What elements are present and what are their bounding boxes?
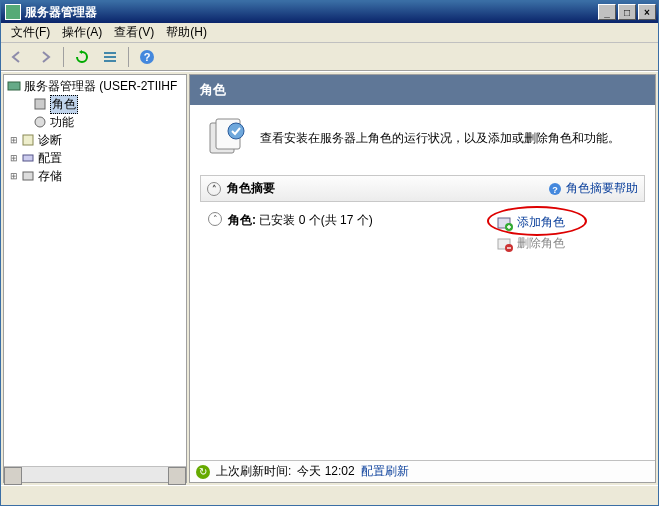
remove-role-icon bbox=[497, 236, 513, 252]
content-pane: 角色 查看安装在服务器上角色的运行状况，以及添加或删除角色和功能。 ˄ 角色摘要… bbox=[189, 74, 656, 483]
roles-icon bbox=[32, 96, 48, 112]
collapse-icon[interactable]: ˄ bbox=[207, 182, 221, 196]
svg-text:?: ? bbox=[144, 51, 151, 63]
minimize-button[interactable]: _ bbox=[598, 4, 616, 20]
roles-count: 已安装 0 个(共 17 个) bbox=[259, 213, 372, 227]
toolbar-separator bbox=[128, 47, 129, 67]
back-button bbox=[5, 46, 29, 68]
horizontal-scrollbar[interactable] bbox=[4, 466, 186, 482]
toolbar-separator bbox=[63, 47, 64, 67]
title-bar[interactable]: 服务器管理器 _ □ × bbox=[1, 1, 658, 23]
svg-rect-9 bbox=[23, 155, 33, 161]
content-status-bar: ↻ 上次刷新时间: 今天 12:02 配置刷新 bbox=[190, 460, 655, 482]
help-button[interactable]: ? bbox=[135, 46, 159, 68]
toolbar: ? bbox=[1, 43, 658, 71]
remove-roles-link: 删除角色 bbox=[497, 233, 637, 254]
status-ok-icon: ↻ bbox=[196, 465, 210, 479]
add-role-icon bbox=[497, 215, 513, 231]
roles-summary-header[interactable]: ˄ 角色摘要 ? 角色摘要帮助 bbox=[200, 175, 645, 202]
svg-rect-5 bbox=[8, 82, 20, 90]
menu-bar: 文件(F) 操作(A) 查看(V) 帮助(H) bbox=[1, 23, 658, 43]
refresh-button[interactable] bbox=[70, 46, 94, 68]
tree-node-features[interactable]: 功能 bbox=[6, 113, 184, 131]
tree-node-storage[interactable]: ⊞ 存储 bbox=[6, 167, 184, 185]
refresh-label: 上次刷新时间: bbox=[216, 463, 291, 480]
tree-root[interactable]: 服务器管理器 (USER-2TIIHF bbox=[6, 77, 184, 95]
configuration-icon bbox=[20, 150, 36, 166]
app-icon bbox=[5, 4, 21, 20]
forward-button bbox=[33, 46, 57, 68]
summary-help-link[interactable]: ? 角色摘要帮助 bbox=[548, 180, 638, 197]
svg-rect-2 bbox=[104, 60, 116, 62]
refresh-icon bbox=[75, 50, 89, 64]
collapse-icon[interactable]: ˄ bbox=[208, 212, 222, 226]
svg-rect-0 bbox=[104, 52, 116, 54]
content-description-row: 查看安装在服务器上角色的运行状况，以及添加或删除角色和功能。 bbox=[190, 105, 655, 171]
server-icon bbox=[6, 78, 22, 94]
help-icon: ? bbox=[548, 182, 562, 196]
svg-rect-8 bbox=[23, 135, 33, 145]
menu-action[interactable]: 操作(A) bbox=[56, 23, 108, 42]
diagnostics-icon bbox=[20, 132, 36, 148]
content-header: 角色 bbox=[190, 75, 655, 105]
svg-rect-1 bbox=[104, 56, 116, 58]
maximize-button[interactable]: □ bbox=[618, 4, 636, 20]
tree-node-diagnostics[interactable]: ⊞ 诊断 bbox=[6, 131, 184, 149]
help-icon: ? bbox=[139, 49, 155, 65]
content-spacer bbox=[190, 274, 655, 460]
roles-actions: 添加角色 删除角色 bbox=[497, 212, 637, 254]
main-body: 服务器管理器 (USER-2TIIHF 角色 功能 ⊞ 诊断 bbox=[1, 71, 658, 485]
add-roles-link[interactable]: 添加角色 bbox=[497, 212, 637, 233]
window-status-bar bbox=[1, 485, 658, 505]
roles-status-row: ˄ 角色: 已安装 0 个(共 17 个) bbox=[208, 212, 497, 254]
roles-large-icon bbox=[206, 117, 248, 159]
svg-rect-6 bbox=[35, 99, 45, 109]
navigation-tree[interactable]: 服务器管理器 (USER-2TIIHF 角色 功能 ⊞ 诊断 bbox=[3, 74, 187, 483]
roles-label: 角色: bbox=[228, 213, 256, 227]
arrow-left-icon bbox=[10, 50, 24, 64]
list-icon bbox=[103, 50, 117, 64]
menu-file[interactable]: 文件(F) bbox=[5, 23, 56, 42]
summary-title: 角色摘要 bbox=[227, 180, 275, 197]
window-title: 服务器管理器 bbox=[25, 4, 97, 21]
expand-icon[interactable]: ⊞ bbox=[8, 153, 20, 163]
svg-point-13 bbox=[228, 123, 244, 139]
expand-icon[interactable]: ⊞ bbox=[8, 171, 20, 181]
svg-text:?: ? bbox=[552, 185, 558, 195]
properties-button[interactable] bbox=[98, 46, 122, 68]
close-button[interactable]: × bbox=[638, 4, 656, 20]
arrow-right-icon bbox=[38, 50, 52, 64]
svg-rect-10 bbox=[23, 172, 33, 180]
description-text: 查看安装在服务器上角色的运行状况，以及添加或删除角色和功能。 bbox=[260, 130, 620, 147]
menu-help[interactable]: 帮助(H) bbox=[160, 23, 213, 42]
tree-node-configuration[interactable]: ⊞ 配置 bbox=[6, 149, 184, 167]
svg-point-7 bbox=[35, 117, 45, 127]
refresh-time: 今天 12:02 bbox=[297, 463, 354, 480]
menu-view[interactable]: 查看(V) bbox=[108, 23, 160, 42]
features-icon bbox=[32, 114, 48, 130]
server-manager-window: 服务器管理器 _ □ × 文件(F) 操作(A) 查看(V) 帮助(H) ? 服… bbox=[0, 0, 659, 506]
tree-node-roles[interactable]: 角色 bbox=[6, 95, 184, 113]
roles-summary-body: ˄ 角色: 已安装 0 个(共 17 个) 添加角色 删除角色 bbox=[200, 202, 645, 264]
expand-icon[interactable]: ⊞ bbox=[8, 135, 20, 145]
config-refresh-link[interactable]: 配置刷新 bbox=[361, 463, 409, 480]
storage-icon bbox=[20, 168, 36, 184]
